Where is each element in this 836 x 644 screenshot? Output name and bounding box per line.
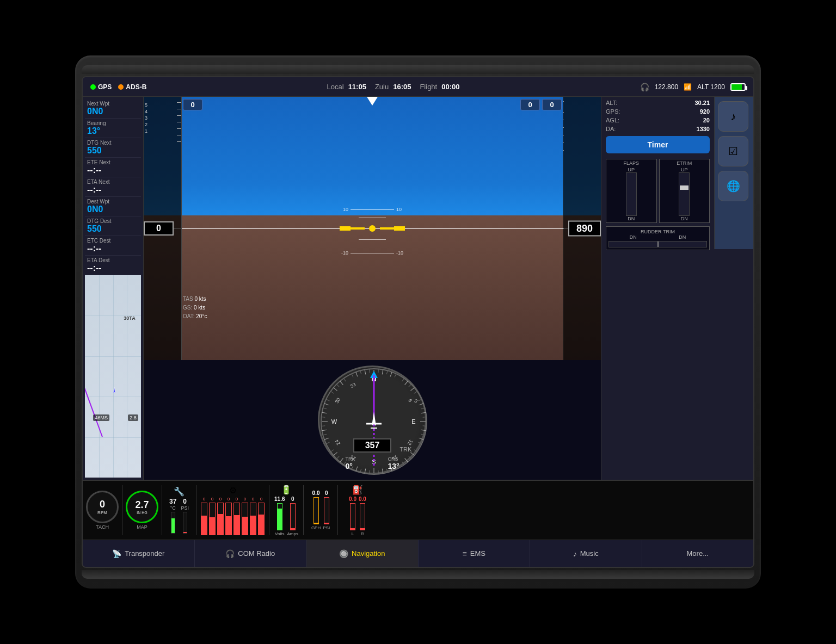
alt-baro-label: ALT: (606, 100, 617, 106)
svg-line-70 (324, 438, 329, 439)
map-label: MAP (137, 524, 147, 530)
nav-item-more[interactable]: More... (642, 540, 754, 567)
adi-container: 10 10 -10 (144, 97, 601, 360)
nav-item-com-radio[interactable]: 🎧 COM Radio (195, 540, 307, 567)
svg-line-78 (323, 408, 327, 409)
alt-tick (563, 135, 564, 135)
map-grid (127, 275, 127, 478)
fuel-r-bar (360, 503, 365, 530)
gps-alt-label: GPS: (606, 108, 620, 115)
ete-next-label: ETE Next (87, 159, 139, 165)
bank-indicator-triangle (367, 97, 378, 106)
map-value: 2.7 (135, 499, 149, 511)
ete-next-item: ETE Next --:-- (85, 158, 141, 177)
egt-cht-section: ⚙ 0 0 0 0 0 0 0 0 (200, 483, 266, 537)
svg-line-88 (360, 370, 361, 374)
temp-psi-section: 🔧 37 °C 0 PSI (165, 483, 193, 537)
svg-text:24: 24 (334, 439, 341, 447)
tas-value: 0 kts (195, 296, 206, 302)
music-nav-icon: ♪ (573, 549, 577, 558)
nav-item-transponder[interactable]: 📡 Transponder (83, 540, 195, 567)
temp-c-value: 37 (169, 498, 176, 505)
flaps-panel: FLAPS UP DN (606, 159, 657, 223)
ems-divider-3 (196, 485, 196, 535)
gph-col: 0.0 GPH (311, 490, 321, 530)
egt-bar-2 (209, 503, 216, 535)
gph-label: GPH (311, 525, 321, 530)
map-speed-badge: 46MS (93, 414, 109, 421)
svg-rect-6 (370, 227, 374, 230)
svg-line-53 (409, 456, 411, 459)
gps-alt-row: GPS: 920 (604, 108, 712, 115)
svg-line-72 (326, 442, 329, 444)
psi2-label: PSI (323, 525, 330, 530)
bearing-label: Bearing (87, 120, 139, 126)
right-panel: ALT: 30.21 GPS: 920 AGL: 20 DA: (601, 97, 753, 480)
svg-line-80 (334, 388, 337, 391)
globe-icon: 🌐 (727, 179, 740, 193)
svg-line-65 (340, 458, 343, 462)
svg-line-38 (409, 384, 411, 387)
fuel-r-label: R (359, 531, 366, 536)
svg-line-89 (370, 369, 370, 373)
gps-dot (90, 84, 96, 90)
navigation-icon: 🔘 (339, 549, 348, 558)
timer-button[interactable]: Timer (606, 136, 710, 153)
alt-num-box-2: 0 (542, 99, 562, 110)
dtg-dest-label: DTG Dest (87, 218, 139, 224)
ems-divider-1 (122, 485, 122, 535)
globe-button[interactable]: 🌐 (718, 171, 748, 201)
nav-item-ems[interactable]: ≡ EMS (419, 540, 531, 567)
egt-bar-5 (233, 503, 240, 535)
svg-line-45 (421, 430, 426, 431)
nav-item-navigation[interactable]: 🔘 Navigation (306, 540, 419, 567)
svg-line-81 (340, 381, 343, 385)
svg-line-77 (321, 417, 325, 418)
flaps-up-down: UP (607, 167, 655, 172)
fuel-icon: ⛽ (352, 485, 363, 495)
ete-next-value: --:-- (87, 165, 139, 175)
eta-next-item: ETA Next --:-- (85, 177, 141, 197)
next-wpt-value: 0N0 (87, 107, 139, 116)
speed-scale-4: 4 (145, 109, 147, 114)
agl-label: AGL: (606, 117, 619, 123)
etrim-dn: DN (661, 216, 709, 221)
checklist-button[interactable]: ☑ (718, 136, 748, 166)
tach-circle: 0 RPM (86, 491, 119, 523)
svg-line-39 (414, 391, 417, 393)
rpm-value: 0 (100, 499, 105, 510)
map-unit: IN HG (137, 511, 147, 515)
vsi-arrow (563, 224, 564, 233)
alt-tick (563, 127, 564, 128)
fuel-lr-cols: 0.0 L 0.0 R (349, 496, 366, 536)
dtg-dest-value: 550 (87, 224, 139, 234)
egt-num-3: 0 (217, 497, 224, 501)
trk-readout: TRK 0° (345, 456, 355, 470)
heading-value: 357 (365, 441, 380, 450)
psi-bar (183, 512, 187, 534)
svg-line-62 (370, 470, 370, 474)
nav-item-music[interactable]: ♪ Music (530, 540, 642, 567)
battery-fill (732, 84, 742, 90)
alt-tick (563, 120, 564, 120)
speed-tick (177, 109, 181, 109)
svg-line-40 (419, 404, 423, 405)
ems-divider-6 (337, 485, 338, 535)
gps-alt-value: 920 (700, 108, 710, 115)
rudder-trim-bar (608, 241, 707, 247)
flight-label: Flight (420, 83, 437, 91)
svg-line-75 (322, 412, 327, 413)
speed-scale-2: 2 (145, 122, 147, 127)
fuel-l-bar (350, 503, 355, 530)
map-waypoint-label: 30TA (124, 315, 135, 321)
music-button[interactable]: ♪ (718, 101, 748, 132)
speed-tick (177, 115, 181, 116)
egt-num-5: 0 (233, 497, 240, 501)
hsi-container: 357 TRK (144, 360, 601, 480)
volts-bar-fill (278, 509, 282, 529)
mini-map[interactable]: 30TA 46MS 2.8 (85, 275, 141, 478)
device-top-bar (82, 65, 754, 74)
freq-display: 122.800 (655, 83, 678, 91)
com-radio-label: COM Radio (238, 549, 275, 558)
svg-line-32 (378, 369, 379, 373)
